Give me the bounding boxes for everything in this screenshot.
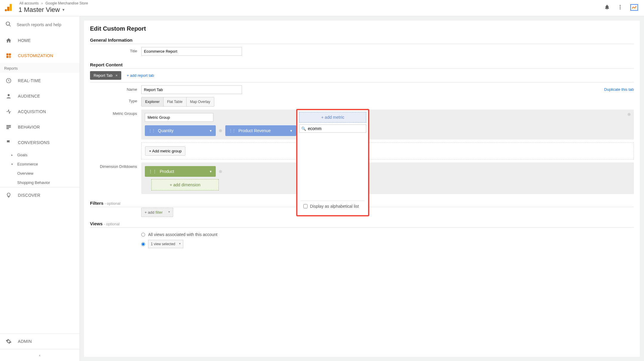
section-general-info: General Information xyxy=(90,37,634,43)
optional-text: - optional xyxy=(103,222,120,226)
sidebar-item-discover[interactable]: DISCOVER xyxy=(0,187,80,203)
chevron-down-icon[interactable]: ▼ xyxy=(209,170,212,173)
home-icon xyxy=(5,37,12,43)
section-views: Views - optional xyxy=(90,221,634,226)
sidebar-item-customization[interactable]: CUSTOMIZATION xyxy=(0,48,80,63)
add-metric-group-button[interactable]: + Add metric group xyxy=(145,146,185,156)
drag-handle-icon[interactable]: ⋮⋮ xyxy=(148,129,155,133)
add-filter-button[interactable]: + add filter xyxy=(141,208,173,217)
metric-group-name-input[interactable] xyxy=(145,113,213,122)
metric-results-empty xyxy=(299,133,366,201)
type-explorer-button[interactable]: Explorer xyxy=(142,97,164,106)
sidebar: HOME CUSTOMIZATION Reports REAL-TIME AUD… xyxy=(0,16,80,361)
sidebar-label: CUSTOMIZATION xyxy=(18,53,53,58)
metric-chip-revenue[interactable]: ⋮⋮ Product Revenue ▼ xyxy=(225,125,296,136)
sidebar-label: BEHAVIOR xyxy=(18,125,40,129)
chevron-left-icon: ‹ xyxy=(39,353,40,357)
view-selector[interactable]: 1 Master View ▼ xyxy=(18,6,604,14)
search-input[interactable] xyxy=(17,22,74,27)
duplicate-tab-link[interactable]: Duplicate this tab xyxy=(604,87,634,92)
optional-text: - optional xyxy=(103,201,120,206)
close-icon[interactable]: × xyxy=(115,73,118,78)
svg-point-12 xyxy=(8,94,10,96)
svg-rect-14 xyxy=(7,126,11,127)
drag-handle-icon[interactable]: ⋮⋮ xyxy=(229,129,235,133)
sidebar-search[interactable] xyxy=(0,16,80,33)
sidebar-sub-overview[interactable]: Overview xyxy=(0,169,80,178)
remove-dimension-icon[interactable]: ⊗ xyxy=(219,169,222,174)
sidebar-item-home[interactable]: HOME xyxy=(0,33,80,48)
report-tab-chip[interactable]: Report Tab × xyxy=(90,71,121,80)
drag-handle-icon[interactable]: ⋮⋮ xyxy=(148,169,157,174)
views-all-radio[interactable] xyxy=(141,233,145,237)
behavior-icon xyxy=(5,124,12,130)
filters-label: Filters xyxy=(90,201,103,206)
add-dimension-slot[interactable]: + add dimension xyxy=(151,179,219,190)
dimension-group-box: ⋮⋮ Product ▼ ⊗ + add dimension xyxy=(141,162,634,194)
add-metric-popover: + add metric 🔍 Display as alphabetical l… xyxy=(296,109,369,216)
view-select-dropdown[interactable]: 1 view selected xyxy=(148,240,183,248)
tab-label: Report Tab xyxy=(94,73,112,78)
remove-metric-group-icon[interactable]: ⊗ xyxy=(627,112,631,117)
svg-rect-9 xyxy=(9,54,11,56)
svg-point-2 xyxy=(5,9,7,11)
chevron-down-icon[interactable]: ▼ xyxy=(209,129,212,132)
metric-search-row: 🔍 xyxy=(299,124,366,133)
title-label: Title xyxy=(90,47,141,53)
add-filter-prefix: + add xyxy=(145,210,156,215)
sidebar-sub-goals[interactable]: Goals xyxy=(0,150,80,160)
sidebar-item-behavior[interactable]: BEHAVIOR xyxy=(0,119,80,135)
ga-logo-icon xyxy=(5,3,13,12)
alpha-list-toggle[interactable]: Display as alphabetical list xyxy=(301,201,364,212)
sidebar-item-conversions[interactable]: CONVERSIONS xyxy=(0,135,80,150)
sidebar-label: ACQUISITION xyxy=(18,109,46,114)
svg-rect-0 xyxy=(10,4,12,11)
sidebar-collapse[interactable]: ‹ xyxy=(0,349,80,361)
type-map-overlay-button[interactable]: Map Overlay xyxy=(187,97,214,106)
views-selected-radio-row[interactable]: 1 view selected xyxy=(141,238,634,250)
sidebar-label: DISCOVER xyxy=(18,193,41,198)
metric-groups-label: Metric Groups xyxy=(90,110,141,116)
breadcrumb-sep: › xyxy=(41,1,43,5)
breadcrumb-property[interactable]: Google Merchandise Store xyxy=(45,1,88,5)
sidebar-sub-ecommerce[interactable]: Ecommerce xyxy=(0,160,80,169)
views-selected-radio[interactable] xyxy=(141,242,145,246)
breadcrumb[interactable]: All accounts › Google Merchandise Store xyxy=(18,1,604,5)
section-report-content: Report Content xyxy=(90,62,634,67)
sidebar-label: CONVERSIONS xyxy=(18,140,50,145)
svg-point-4 xyxy=(620,7,620,7)
sidebar-item-acquisition[interactable]: ACQUISITION xyxy=(0,104,80,119)
metric-label: Quantity xyxy=(158,128,173,133)
views-all-radio-row[interactable]: All views associated with this account xyxy=(141,231,634,238)
sidebar-label: HOME xyxy=(18,38,31,43)
dimension-chip-product[interactable]: ⋮⋮ Product ▼ xyxy=(145,166,216,177)
type-flat-table-button[interactable]: Flat Table xyxy=(164,97,187,106)
sidebar-item-realtime[interactable]: REAL-TIME xyxy=(0,73,80,88)
chevron-down-icon[interactable]: ▼ xyxy=(290,129,293,132)
metric-chip-quantity[interactable]: ⋮⋮ Quantity ▼ xyxy=(145,125,216,136)
add-report-tab-link[interactable]: + add report tab xyxy=(127,73,154,78)
customization-icon xyxy=(5,53,12,58)
sidebar-label: AUDIENCE xyxy=(18,94,40,99)
add-metric-slot[interactable]: + add metric xyxy=(299,112,366,123)
acquisition-icon xyxy=(5,109,12,115)
more-vert-icon[interactable] xyxy=(617,4,623,11)
gear-icon xyxy=(5,338,12,344)
sidebar-item-audience[interactable]: AUDIENCE xyxy=(0,88,80,104)
svg-rect-8 xyxy=(7,54,9,56)
breadcrumb-root[interactable]: All accounts xyxy=(19,1,39,5)
tab-name-input[interactable] xyxy=(141,85,242,94)
views-label: Views xyxy=(90,221,103,226)
sidebar-item-admin[interactable]: ADMIN xyxy=(0,333,80,349)
alpha-list-label: Display as alphabetical list xyxy=(310,204,359,209)
notifications-icon[interactable] xyxy=(604,4,610,11)
metric-group-box: ⊗ ⋮⋮ Quantity ▼ ⊗ ⋮⋮ xyxy=(141,110,634,140)
dimension-drilldowns-label: Dimension Drilldowns xyxy=(90,162,141,169)
report-title-input[interactable] xyxy=(141,47,242,56)
sidebar-sub-shopping[interactable]: Shopping Behavior xyxy=(0,178,80,187)
metric-search-input[interactable] xyxy=(308,126,364,131)
remove-metric-icon[interactable]: ⊗ xyxy=(219,128,222,133)
alpha-list-checkbox[interactable] xyxy=(303,204,308,208)
metric-label: Product Revenue xyxy=(238,128,271,133)
intelligence-icon[interactable] xyxy=(630,4,638,11)
